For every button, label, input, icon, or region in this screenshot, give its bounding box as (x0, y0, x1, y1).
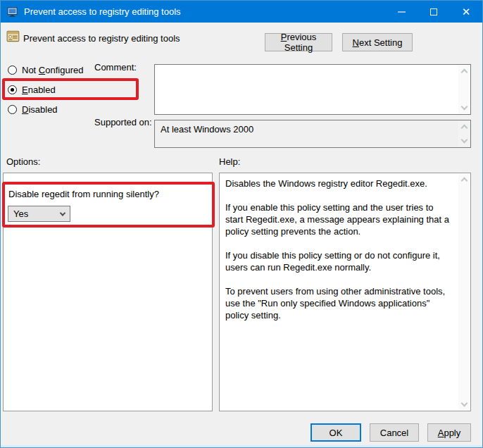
cancel-button[interactable]: Cancel (370, 423, 419, 442)
help-paragraph: Disables the Windows registry editor Reg… (225, 178, 453, 189)
comment-textarea[interactable] (154, 64, 471, 115)
ok-button[interactable]: OK (310, 423, 361, 442)
next-setting-button[interactable]: Next Setting (342, 33, 413, 51)
close-button[interactable]: ✕ (450, 1, 482, 23)
policy-icon (6, 30, 20, 44)
comment-scrollbar[interactable] (458, 66, 470, 113)
radio-label-not-configured: Not Configured (22, 65, 83, 75)
scroll-down-icon[interactable] (460, 104, 468, 111)
next-setting-label: ext Setting (359, 37, 402, 48)
options-label: Options: (6, 156, 40, 167)
option-question: Disable regedit from running silently? (8, 189, 159, 199)
minimize-button[interactable] (385, 1, 418, 23)
minimize-icon (398, 11, 406, 13)
previous-setting-button[interactable]: Previous Setting (265, 33, 332, 51)
help-scrollbar[interactable] (458, 174, 470, 410)
help-paragraph: To prevent users from using other admini… (225, 285, 453, 321)
window-title: Prevent access to registry editing tools (24, 6, 181, 17)
scroll-down-icon[interactable] (460, 400, 468, 407)
supported-on-label: Supported on: (94, 117, 152, 127)
supported-on-value: At least Windows 2000 (161, 124, 253, 135)
chevron-down-icon (60, 210, 65, 216)
app-icon (7, 6, 18, 18)
options-panel: Disable regedit from running silently? Y… (3, 173, 213, 411)
scroll-up-icon[interactable] (460, 178, 468, 185)
radio-circle-disabled (8, 105, 17, 114)
scroll-up-icon[interactable] (460, 125, 468, 132)
previous-setting-label: revious Setting (284, 32, 317, 53)
titlebar[interactable]: Prevent access to registry editing tools… (1, 1, 482, 23)
policy-setting-dialog: Prevent access to registry editing tools… (0, 0, 483, 448)
help-label: Help: (219, 156, 240, 167)
radio-circle-not-configured (8, 66, 17, 75)
radio-disabled[interactable]: Disabled (8, 104, 58, 115)
radio-label-enabled: Enabled (22, 85, 56, 95)
dropdown-selected-value: Yes (13, 209, 28, 219)
supported-scrollbar[interactable] (458, 121, 470, 147)
policy-title: Prevent access to registry editing tools (23, 33, 180, 44)
help-panel: Disables the Windows registry editor Reg… (219, 173, 471, 411)
window-controls: ✕ (385, 1, 482, 23)
radio-label-disabled: Disabled (22, 104, 58, 115)
apply-label: pply (444, 428, 460, 438)
maximize-icon (430, 8, 437, 15)
apply-button[interactable]: Apply (427, 423, 471, 442)
comment-label: Comment: (94, 62, 137, 73)
scroll-up-icon[interactable] (460, 69, 468, 76)
next-setting-accel: N (353, 37, 359, 48)
supported-on-field: At least Windows 2000 (154, 120, 471, 148)
radio-not-configured[interactable]: Not Configured (8, 64, 83, 75)
disable-regedit-dropdown[interactable]: Yes (8, 206, 70, 222)
help-paragraph: If you disable this policy setting or do… (225, 249, 453, 273)
maximize-button[interactable] (418, 1, 450, 23)
help-paragraph: If you enable this policy setting and th… (225, 201, 453, 237)
radio-circle-enabled (8, 85, 17, 94)
scroll-down-icon[interactable] (460, 137, 468, 144)
radio-enabled[interactable]: Enabled (8, 84, 56, 95)
help-text: Disables the Windows registry editor Reg… (220, 173, 458, 411)
close-icon: ✕ (462, 6, 471, 17)
